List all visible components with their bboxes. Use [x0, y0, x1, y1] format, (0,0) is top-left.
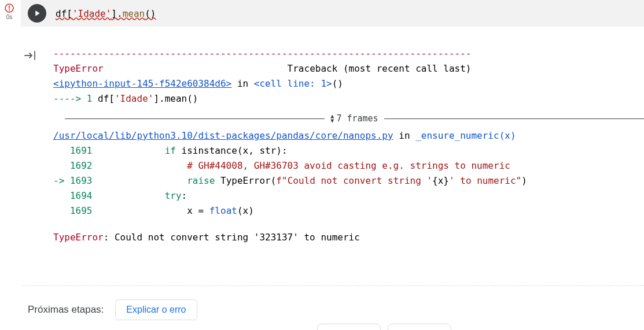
spacer	[104, 63, 288, 74]
text: x	[98, 205, 198, 216]
traceback-separator: ----------------------------------------…	[53, 46, 644, 61]
traceback-location: <ipython-input-145-f542e60384d6> in <cel…	[53, 76, 644, 91]
code-token: mean	[123, 8, 145, 19]
next-steps-label: Próximas etapas:	[28, 304, 104, 316]
text: x	[438, 175, 444, 186]
text: # GH#44008, GH#36703 avoid casting e.g. …	[187, 160, 510, 171]
ipython-input-link[interactable]: <ipython-input-145-f542e60384d6>	[53, 78, 231, 89]
source-line-active: -> 1693 raise TypeError(f"Could not conv…	[53, 173, 644, 188]
error-type: TypeError	[53, 63, 104, 74]
text: ' to numeric"	[449, 175, 521, 186]
arrow: ----> 1	[53, 93, 98, 104]
code-token: [	[67, 8, 72, 19]
text: isinstance(x, str):	[176, 145, 288, 156]
source-line: 1691 if isinstance(x, str):	[53, 143, 644, 158]
source-line: 1695 x = float(x)	[53, 203, 644, 218]
suggestion-button[interactable]	[317, 324, 381, 330]
code-cell-input-row: df['Idade'].mean()	[21, 0, 644, 27]
text: f"Could not convert string '	[276, 175, 432, 186]
expand-icon: ▲▼	[330, 114, 334, 123]
traceback-label: Traceback (most recent call last)	[288, 63, 472, 74]
text: in	[393, 130, 416, 141]
source-line: 1692 # GH#44008, GH#36703 avoid casting …	[53, 158, 644, 173]
text	[98, 160, 187, 171]
text: )	[521, 175, 527, 186]
code-token: 'Idade'	[72, 8, 111, 19]
code-token: .	[117, 8, 123, 19]
lineno: 1694	[53, 190, 98, 201]
text: in	[231, 78, 254, 89]
suggestion-buttons-row	[317, 324, 451, 330]
frames-collapsed-row: ▲▼ 7 frames	[53, 111, 644, 126]
text	[204, 205, 209, 216]
frames-rule	[65, 118, 325, 119]
source-line: 1694 try:	[53, 188, 644, 203]
explain-error-button[interactable]: Explicar o erro	[115, 299, 197, 320]
frames-rule	[384, 118, 644, 119]
text: raise	[187, 175, 215, 186]
lineno: 1691	[53, 145, 98, 156]
text: if	[165, 145, 176, 156]
text	[98, 175, 187, 186]
text: df[	[98, 93, 115, 104]
text: float	[209, 205, 237, 216]
cell-output: ----------------------------------------…	[53, 46, 644, 245]
lineno: 1692	[53, 160, 98, 171]
text: (	[271, 175, 277, 186]
source-file-link[interactable]: /usr/local/lib/python3.10/dist-packages/…	[53, 130, 393, 141]
lineno: 1695	[53, 205, 98, 216]
text: mean	[165, 93, 187, 104]
text: try	[165, 190, 182, 201]
cell-divider	[23, 285, 644, 286]
cell-line-ref: <cell line: 1>	[254, 78, 332, 89]
frames-expand-button[interactable]: ▲▼ 7 frames	[325, 111, 384, 126]
traceback-arrow-line: ----> 1 df['Idade'].mean()	[53, 91, 644, 106]
error-type: TypeError	[53, 232, 104, 243]
error-message: : Could not convert string '323137' to n…	[104, 232, 360, 243]
text: ]	[153, 93, 159, 104]
text: }	[443, 175, 449, 186]
arrow: ->	[53, 175, 70, 186]
execution-time: 0s	[6, 14, 13, 20]
error-icon	[5, 3, 14, 13]
run-cell-button[interactable]	[28, 4, 46, 23]
traceback-header: TypeError Traceback (most recent call la…	[53, 61, 644, 76]
function-name: _ensure_numeric	[415, 130, 499, 141]
text: (x)	[237, 205, 254, 216]
frames-count: 7 frames	[336, 111, 378, 126]
code-token: ()	[145, 8, 156, 19]
text	[98, 190, 165, 201]
text: ()	[187, 93, 198, 104]
text: ()	[332, 78, 343, 89]
text	[98, 145, 165, 156]
text: 'Idade'	[115, 93, 153, 104]
code-input[interactable]: df['Idade'].mean()	[56, 8, 156, 19]
text: (x)	[499, 130, 516, 141]
text: .	[159, 93, 165, 104]
text: {	[432, 175, 438, 186]
toggle-output-button[interactable]	[23, 49, 37, 65]
code-token: df	[56, 8, 67, 19]
text: :	[182, 190, 187, 201]
traceback-file: /usr/local/lib/python3.10/dist-packages/…	[53, 128, 644, 143]
text: =	[198, 205, 204, 216]
code-token: ]	[111, 8, 117, 19]
text	[215, 175, 220, 186]
text: TypeError	[220, 175, 271, 186]
lineno: 1693	[70, 175, 98, 186]
final-error: TypeError: Could not convert string '323…	[53, 230, 644, 245]
svg-point-2	[9, 10, 10, 11]
suggestion-button[interactable]	[388, 324, 451, 330]
